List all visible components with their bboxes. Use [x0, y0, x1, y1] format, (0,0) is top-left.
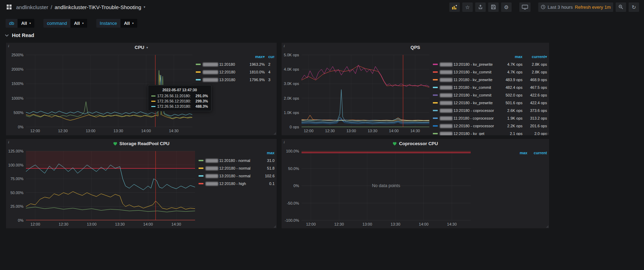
legend-series-name: 13:20180 - normal: [219, 174, 258, 178]
x-axis-tick-label: 14:00: [419, 222, 429, 226]
legend-row[interactable]: 12:20180 - kv_prewrite501.6 ops422.4 ops: [433, 99, 547, 107]
legend-column-header[interactable]: current: [527, 151, 547, 155]
panel-title[interactable]: Storage ReadPool CPU: [119, 141, 169, 146]
x-axis-tick-label: 12:00: [304, 129, 314, 133]
coprocessor-plot[interactable]: 12:0012:3013:0013:3014:0014:30-100.0%-50…: [282, 148, 473, 227]
panel-coprocessor-body: 12:0012:3013:0013:3014:0014:30-100.0%-50…: [282, 148, 549, 228]
legend-row[interactable]: 13:20180 - kv_prewrite4.7K ops2.8K ops: [433, 61, 547, 68]
x-axis-tick-label: 12:30: [58, 129, 68, 133]
variable-command-label: command: [43, 19, 70, 28]
variable-db[interactable]: db All ▾: [6, 19, 34, 28]
legend-header: maxcurrent▾: [433, 53, 547, 61]
row-hot-read[interactable]: Hot Read: [0, 32, 644, 41]
panel-title[interactable]: QPS: [410, 45, 420, 50]
grafana-dashboard: andlinkcluster / andlinkcluster-TiKV-Tro…: [0, 0, 644, 270]
refresh-dashboard-button[interactable]: ↻: [629, 2, 639, 12]
legend-value: 3: [268, 78, 275, 82]
legend-row[interactable]: 11:201801963.2%2: [196, 61, 275, 68]
series-color-marker: [433, 64, 438, 65]
panel-title[interactable]: CPU: [135, 45, 144, 50]
panel-title[interactable]: Coprocessor CPU: [399, 141, 438, 146]
dashboard-title[interactable]: andlinkcluster-TiKV-Trouble-Shooting: [55, 4, 141, 10]
legend-row[interactable]: 11:20180 - kv_prewrite483.9 ops468.9 ops: [433, 76, 547, 84]
x-axis-tick-label: 13:30: [113, 129, 123, 133]
cpu-chart[interactable]: 12:0012:3013:0013:3014:0014:300%500%1000…: [6, 52, 195, 135]
cycle-view-mode-button[interactable]: [519, 2, 531, 12]
legend-column-header[interactable]: max: [513, 151, 527, 155]
legend-row[interactable]: 13:20180 - kv_commit4.7K ops2.8K ops: [433, 68, 547, 76]
legend-series-name: 12:20180: [219, 70, 243, 74]
star-icon: ☆: [465, 5, 470, 10]
legend-series-name: 12:20180 - kv_get: [453, 132, 502, 135]
zoom-out-time-button[interactable]: [616, 2, 626, 12]
x-axis-tick-label: 14:00: [389, 129, 399, 133]
panel-info-icon[interactable]: i: [8, 140, 9, 144]
legend-series-name: 13:20180: [219, 78, 243, 82]
series-color-marker: [199, 168, 203, 169]
panel-cpu-body: 12:0012:3013:0013:3014:0014:300%500%1000…: [6, 52, 277, 135]
share-icon: [478, 5, 483, 9]
legend-row[interactable]: 12:20180 - normal51.8: [199, 164, 275, 172]
panel-info-icon[interactable]: i: [284, 44, 285, 48]
legend-column-header[interactable]: max: [502, 55, 522, 59]
panel-info-icon[interactable]: i: [8, 44, 9, 48]
y-axis-tick-label: 100.00%: [8, 163, 24, 167]
legend-row[interactable]: 12:20180 - coprocessor2.2K ops201.6 ops: [433, 122, 547, 130]
qps-chart[interactable]: 12:0012:3013:0013:3014:0014:300 ops1.0K …: [282, 52, 432, 135]
tv-monitor-icon: [522, 5, 528, 10]
save-icon: [491, 5, 496, 9]
variable-instance-value[interactable]: All ▾: [120, 19, 137, 28]
y-axis-tick-label: 0%: [18, 125, 23, 129]
panel-storage-header[interactable]: i Storage ReadPool CPU: [6, 139, 277, 148]
legend-column-header[interactable]: current: [268, 55, 275, 59]
storage-plot[interactable]: 12:0012:3013:0013:3014:0014:300%25.00%50…: [6, 148, 198, 227]
legend-row[interactable]: 11:20180 - normal31.0: [199, 157, 275, 164]
panel-coprocessor-header[interactable]: i Coprocessor CPU: [282, 139, 549, 148]
breadcrumb-separator: /: [51, 4, 52, 10]
legend-value: 2.2K ops: [502, 124, 522, 128]
star-dashboard-button[interactable]: ☆: [462, 2, 473, 12]
variable-command-value[interactable]: All ▾: [70, 19, 87, 28]
legend-row[interactable]: 12:20180 - high0.1: [199, 180, 275, 187]
breadcrumb[interactable]: andlinkcluster / andlinkcluster-TiKV-Tro…: [16, 4, 145, 10]
apps-menu-button[interactable]: [4, 2, 15, 12]
breadcrumb-folder[interactable]: andlinkcluster: [16, 4, 48, 10]
panel-qps-header[interactable]: i QPS: [282, 43, 549, 52]
variable-instance[interactable]: Instance All ▾: [96, 19, 137, 28]
storage-chart[interactable]: 12:0012:3013:0013:3014:0014:300%25.00%50…: [6, 148, 198, 228]
coprocessor-chart[interactable]: 12:0012:3013:0013:3014:0014:30-100.0%-50…: [282, 148, 473, 228]
legend-header: max▾current: [196, 53, 275, 61]
legend-column-header[interactable]: current▾: [522, 55, 547, 59]
legend-row[interactable]: 11:20180 - kv_commit482.4 ops467.5 ops: [433, 84, 547, 91]
time-range-picker[interactable]: Last 3 hours Refresh every 1m: [538, 2, 613, 12]
variable-db-value[interactable]: All ▾: [18, 19, 34, 28]
save-dashboard-button[interactable]: [488, 2, 499, 12]
redacted-text: [440, 124, 452, 128]
y-axis-tick-label: 4.0K ops: [284, 67, 299, 71]
legend-row[interactable]: 13:201801796.9%3: [196, 76, 275, 84]
add-panel-button[interactable]: [449, 2, 460, 12]
legend-row[interactable]: 12:20180 - kv_commit502.0 ops422.6 ops: [433, 91, 547, 99]
redacted-text: [440, 132, 452, 136]
panel-info-icon[interactable]: i: [284, 140, 285, 144]
tooltip-row: 172.26.56.13:20180: 488.3%: [151, 104, 208, 108]
legend-row[interactable]: 12:20180 - kv_get2.1 ops2.0 ops: [433, 130, 547, 135]
legend-series-name: 12:20180 - kv_commit: [453, 93, 502, 97]
legend-column-header[interactable]: max: [258, 151, 275, 155]
variable-command[interactable]: command All ▾: [43, 19, 87, 28]
legend-value: 2.1 ops: [502, 132, 522, 135]
share-dashboard-button[interactable]: [475, 2, 486, 12]
dashboard-settings-button[interactable]: ⚙: [501, 2, 512, 12]
legend-value: 0.1: [258, 182, 275, 186]
threshold-region: [26, 151, 195, 169]
x-axis-tick-label: 13:30: [391, 222, 401, 226]
y-axis-tick-label: 2.0K ops: [284, 96, 299, 100]
legend-column-header[interactable]: max▾: [243, 55, 265, 59]
panel-cpu-header[interactable]: i CPU ▾: [6, 43, 277, 52]
legend-row[interactable]: 12:201801810.0%4: [196, 68, 275, 76]
legend-row[interactable]: 13:20180 - coprocessor2.6K ops373.6 ops: [433, 107, 547, 114]
clock-icon: [541, 5, 546, 9]
qps-plot[interactable]: 12:0012:3013:0013:3014:0014:300 ops1.0K …: [282, 52, 432, 134]
legend-row[interactable]: 11:20180 - coprocessor1.9K ops313.2 ops: [433, 114, 547, 122]
legend-row[interactable]: 13:20180 - normal102.6: [199, 172, 275, 180]
